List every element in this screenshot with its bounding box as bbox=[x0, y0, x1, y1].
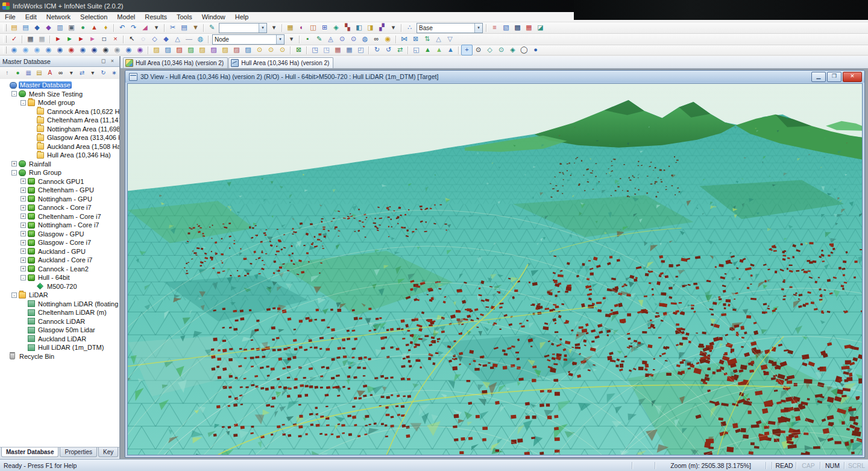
digitise-icon[interactable]: ✎ bbox=[313, 34, 325, 45]
view-tool-9-icon[interactable]: ◉ bbox=[100, 45, 112, 55]
tree-item[interactable]: +Auckland - Core i7 bbox=[0, 256, 119, 265]
tree-item[interactable]: +Auckland - GPU bbox=[0, 247, 119, 256]
undo-icon[interactable]: ↶ bbox=[116, 22, 128, 33]
find-icon[interactable]: ∞ bbox=[55, 68, 66, 78]
tree-item[interactable]: Auckland LiDAR bbox=[0, 335, 119, 344]
tree-item[interactable]: +Nottingham - Core i7 bbox=[0, 221, 119, 230]
dark-window-icon[interactable]: ▦ bbox=[25, 34, 36, 45]
scenario-icon[interactable]: ♦ bbox=[100, 22, 112, 33]
clear-icon[interactable]: ◢ bbox=[139, 22, 151, 33]
menu-results[interactable]: Results bbox=[140, 12, 172, 22]
tree-expander-icon[interactable]: - bbox=[11, 91, 17, 96]
window-cmd-9-icon[interactable]: ▨ bbox=[242, 45, 254, 55]
new-object-icon[interactable]: ▪ bbox=[302, 34, 313, 45]
refresh-icon[interactable]: ⇄ bbox=[77, 68, 87, 78]
paste-icon[interactable]: ▼ bbox=[190, 22, 201, 33]
tree-item[interactable]: Recycle Bin bbox=[0, 352, 119, 361]
dropdown-arrow-icon[interactable]: ▾ bbox=[268, 22, 280, 33]
view-tool-3-icon[interactable]: ◉ bbox=[31, 45, 43, 55]
edit-icon[interactable]: ✎ bbox=[206, 22, 218, 33]
tree-item[interactable]: Glasgow Area (313,406 Ha) bbox=[0, 133, 119, 142]
tree-expander-icon[interactable]: + bbox=[11, 161, 17, 166]
gray-window-icon[interactable]: ▦ bbox=[36, 34, 48, 45]
3d-view-titlebar[interactable]: 3D View - Hull Area (10,346 Ha) (version… bbox=[125, 71, 864, 83]
tree-item[interactable]: Hull Area (10,346 Ha) bbox=[0, 151, 119, 160]
tree-expander-icon[interactable]: + bbox=[20, 258, 26, 263]
tree-item[interactable]: +Glasgow - Core i7 bbox=[0, 238, 119, 247]
tree-item[interactable]: +Rainfall bbox=[0, 160, 119, 169]
panel-tab-master-database[interactable]: Master Database bbox=[1, 447, 58, 457]
tree-expander-icon[interactable]: + bbox=[20, 213, 26, 219]
validate-icon[interactable]: ✓ bbox=[8, 34, 20, 45]
view-tool-4-icon[interactable]: ◉ bbox=[43, 45, 54, 55]
pan-icon[interactable]: + bbox=[461, 45, 473, 55]
tree-expander-icon[interactable]: + bbox=[20, 248, 26, 254]
terrain-lower-icon[interactable]: ▲ bbox=[433, 45, 445, 55]
branch-both-icon[interactable]: ► bbox=[75, 34, 87, 45]
tree-expander-icon[interactable]: + bbox=[20, 231, 26, 236]
dropdown-arrow-icon[interactable]: ▾ bbox=[66, 68, 77, 78]
flood-map-icon[interactable]: ▚ bbox=[342, 22, 353, 33]
cut-icon[interactable]: ✂ bbox=[167, 22, 178, 33]
tree-expander-icon[interactable]: + bbox=[20, 223, 26, 228]
tree-expander-icon[interactable]: - bbox=[20, 275, 26, 280]
document-tab-2[interactable]: Hull Area (10,346 Ha) (version 2) bbox=[228, 57, 333, 68]
lasso-select-icon[interactable]: ◌ bbox=[137, 34, 149, 45]
branch-in-icon[interactable]: ► bbox=[64, 34, 75, 45]
flip-link-icon[interactable]: ⇅ bbox=[421, 34, 433, 45]
tree-item[interactable]: Hull LiDAR (1m_DTM) bbox=[0, 343, 119, 352]
menu-window[interactable]: Window bbox=[197, 12, 230, 22]
grid-blue-icon[interactable]: ▦ bbox=[344, 45, 355, 55]
tree-expander-icon[interactable]: + bbox=[20, 266, 26, 271]
results-grid-icon[interactable]: ▧ bbox=[500, 22, 512, 33]
mesh-icon[interactable]: ▲ bbox=[89, 22, 100, 33]
tree-item[interactable]: -Model group bbox=[0, 98, 119, 107]
tree-item[interactable]: +Cannock - Lean2 bbox=[0, 265, 119, 274]
binoculars-icon[interactable]: ∞ bbox=[371, 34, 382, 45]
branch-out-icon[interactable]: ► bbox=[52, 34, 64, 45]
tree-item[interactable]: +Cannock - Core i7 bbox=[0, 203, 119, 212]
tree-item[interactable]: -Hull - 64bit bbox=[0, 273, 119, 282]
tree-item[interactable]: +Cheltenham - GPU bbox=[0, 186, 119, 195]
simplify-icon[interactable]: △ bbox=[433, 34, 444, 45]
validate-db-icon[interactable]: ● bbox=[13, 68, 24, 78]
tree-item[interactable]: +Glasgow - GPU bbox=[0, 230, 119, 239]
new-3d-window-icon[interactable]: ◱ bbox=[410, 45, 422, 55]
zoom-previous-icon[interactable]: ⊙ bbox=[495, 45, 507, 55]
zoom-window-icon[interactable]: ⊙ bbox=[473, 45, 484, 55]
menu-edit[interactable]: Edit bbox=[20, 12, 42, 22]
tree-item[interactable]: Cannock Area (10,622 Ha) bbox=[0, 107, 119, 116]
minimize-icon[interactable]: ▁ bbox=[811, 72, 826, 82]
gridlines-icon[interactable]: ⊞ bbox=[319, 22, 330, 33]
geoplan-icon[interactable]: ● bbox=[77, 22, 89, 33]
tree-expander-icon[interactable]: - bbox=[20, 100, 26, 106]
dropdown-arrow-icon[interactable]: ▾ bbox=[151, 22, 162, 33]
maximize-icon[interactable]: ❐ bbox=[827, 72, 841, 82]
tree-item[interactable]: -Run Group bbox=[0, 168, 119, 177]
orbit-icon[interactable]: ◯ bbox=[518, 45, 530, 55]
tree-expander-icon[interactable]: - bbox=[11, 292, 17, 298]
panel-tab-properties[interactable]: Properties bbox=[60, 447, 97, 457]
tree-expander-icon[interactable]: + bbox=[20, 205, 26, 210]
tile-icon[interactable]: ◳ bbox=[321, 45, 332, 55]
refresh-icon[interactable]: ⇄ bbox=[394, 45, 406, 55]
vertex-select-icon[interactable]: ◆ bbox=[160, 34, 172, 45]
tree-expander-icon[interactable]: + bbox=[20, 179, 26, 184]
panel-close-icon[interactable]: × bbox=[108, 57, 117, 66]
dropdown-arrow-icon[interactable]: ▾ bbox=[388, 22, 399, 33]
search-layer-3-icon[interactable]: ⊙ bbox=[277, 45, 288, 55]
object-type-combo[interactable]: Node▾ bbox=[212, 34, 285, 45]
terrain-raise-icon[interactable]: ▲ bbox=[422, 45, 433, 55]
menu-tools[interactable]: Tools bbox=[172, 12, 197, 22]
properties-icon[interactable]: ≡ bbox=[489, 22, 500, 33]
tree-expander-icon[interactable]: + bbox=[20, 240, 26, 245]
network-icon[interactable]: ∗ bbox=[108, 68, 119, 78]
select-window-icon[interactable]: ◰ bbox=[355, 45, 366, 55]
3d-view-viewport[interactable] bbox=[127, 83, 863, 455]
zoom-extent-icon[interactable]: ◇ bbox=[484, 45, 495, 55]
stored-view-combo[interactable]: Base▾ bbox=[417, 23, 483, 33]
view-tool-2-icon[interactable]: ◉ bbox=[20, 45, 31, 55]
window-cmd-6-icon[interactable]: ▨ bbox=[208, 45, 219, 55]
grid-red-icon[interactable]: ▦ bbox=[332, 45, 344, 55]
lock-icon[interactable]: ◘ bbox=[98, 34, 110, 45]
